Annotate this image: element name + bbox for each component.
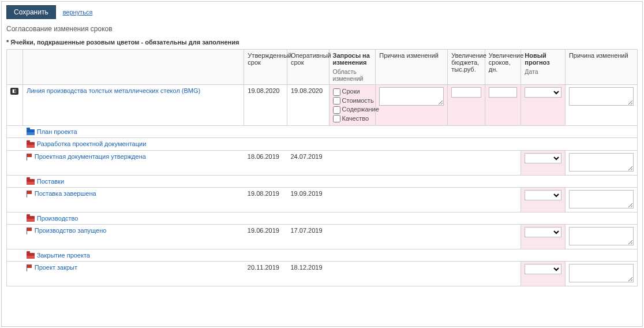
project-budget-input[interactable] (451, 87, 481, 98)
milestone-reason2-input[interactable] (569, 153, 634, 172)
project-change-scope: Сроки Стоимость Содержание Качество (329, 85, 376, 126)
milestone-operational: 19.09.2019 (287, 187, 329, 212)
back-link[interactable]: вернуться (63, 9, 93, 16)
table-row: Поставки (7, 175, 638, 187)
folder-red-icon (27, 142, 35, 148)
flag-icon (27, 264, 32, 271)
main-table: Утвержденный срок Оперативный срок Запро… (6, 49, 638, 286)
table-row: Закрытие проекта (7, 249, 638, 261)
project-reason2-input[interactable] (569, 87, 634, 106)
project-link[interactable]: Линия производства толстых металлических… (27, 87, 200, 94)
project-row: ◧ Линия производства толстых металлическ… (7, 85, 638, 126)
required-hint: * Ячейки, подкрашенные розовым цветом - … (6, 39, 638, 46)
milestone-operational: 24.07.2019 (287, 150, 329, 175)
col-days-inc: Увеличение сроков, дн. (485, 50, 521, 85)
col-operational: Оперативный срок (287, 50, 329, 85)
chk-dates-label[interactable]: Сроки (333, 87, 372, 96)
table-row: Разработка проектной документации (7, 138, 638, 150)
milestone-link[interactable]: Проект закрыт (35, 264, 77, 271)
milestone-reason2-input[interactable] (569, 264, 634, 282)
table-row: Проект закрыт20.11.201918.12.2019 (7, 261, 638, 286)
milestone-forecast-select[interactable] (525, 264, 561, 274)
col-reason2: Причина изменений (565, 50, 637, 85)
col-budget-inc: Увеличение бюджета, тыс.руб. (448, 50, 485, 85)
col-name (23, 50, 244, 85)
milestone-forecast-select[interactable] (525, 153, 561, 163)
milestone-approved: 19.08.2019 (244, 187, 287, 212)
milestone-link[interactable]: Производство запущено (35, 227, 107, 234)
flag-icon (27, 228, 32, 234)
flag-icon (27, 154, 32, 161)
col-requests: Запросы на изменения Область изменений (329, 50, 376, 85)
table-row: Производство запущено19.06.201917.07.201… (7, 224, 638, 249)
project-operational: 19.08.2020 (287, 85, 329, 126)
table-row: Производство (7, 212, 638, 224)
col-requests-label: Запросы на изменения (333, 52, 370, 66)
col-new-forecast-label: Новый прогноз (525, 52, 549, 66)
table-row: План проекта (7, 126, 638, 138)
table-row: Поставка завершена19.08.201919.09.2019 (7, 187, 638, 212)
col-reason: Причина изменений (376, 50, 448, 85)
tree-link[interactable]: Производство (37, 215, 78, 222)
milestone-operational: 18.12.2019 (287, 261, 329, 286)
col-requests-sub: Область изменений (333, 68, 372, 82)
table-row: Проектная документация утверждена18.06.2… (7, 150, 638, 175)
tree-link[interactable]: План проекта (37, 128, 77, 135)
col-new-forecast-sub: Дата (525, 68, 561, 75)
project-days-input[interactable] (489, 87, 518, 98)
tree-link[interactable]: Поставки (37, 178, 64, 185)
chk-scope[interactable] (333, 106, 340, 114)
col-new-forecast: Новый прогноз Дата (521, 50, 566, 85)
tree-link[interactable]: Разработка проектной документации (37, 140, 147, 147)
folder-blue-icon (27, 129, 35, 135)
folder-red-icon (27, 253, 35, 259)
milestone-approved: 18.06.2019 (244, 150, 287, 175)
milestone-link[interactable]: Проектная документация утверждена (35, 153, 146, 160)
project-reason-input[interactable] (379, 87, 444, 106)
page-title: Согласование изменения сроков (6, 25, 638, 33)
save-button[interactable]: Сохранить (6, 5, 56, 19)
chk-dates[interactable] (333, 88, 340, 96)
chk-cost[interactable] (333, 97, 340, 105)
milestone-approved: 19.06.2019 (244, 224, 287, 249)
chk-cost-label[interactable]: Стоимость (333, 96, 372, 106)
milestone-reason2-input[interactable] (569, 190, 634, 208)
milestone-reason2-input[interactable] (569, 227, 634, 245)
col-approved: Утвержденный срок (244, 50, 287, 85)
flag-icon (27, 191, 32, 197)
project-icon: ◧ (10, 88, 18, 95)
chk-quality[interactable] (333, 115, 340, 122)
chk-quality-label[interactable]: Качество (333, 114, 372, 124)
project-approved: 19.08.2020 (244, 85, 287, 126)
folder-red-icon (27, 216, 35, 222)
folder-red-icon (27, 179, 35, 185)
col-expander (7, 50, 23, 85)
milestone-forecast-select[interactable] (525, 227, 561, 237)
milestone-forecast-select[interactable] (525, 190, 561, 200)
project-forecast-select[interactable] (525, 87, 561, 98)
milestone-approved: 20.11.2019 (244, 261, 287, 286)
milestone-operational: 17.07.2019 (287, 224, 329, 249)
chk-scope-label[interactable]: Содержание (333, 105, 372, 114)
milestone-link[interactable]: Поставка завершена (35, 190, 96, 197)
tree-link[interactable]: Закрытие проекта (37, 252, 90, 259)
